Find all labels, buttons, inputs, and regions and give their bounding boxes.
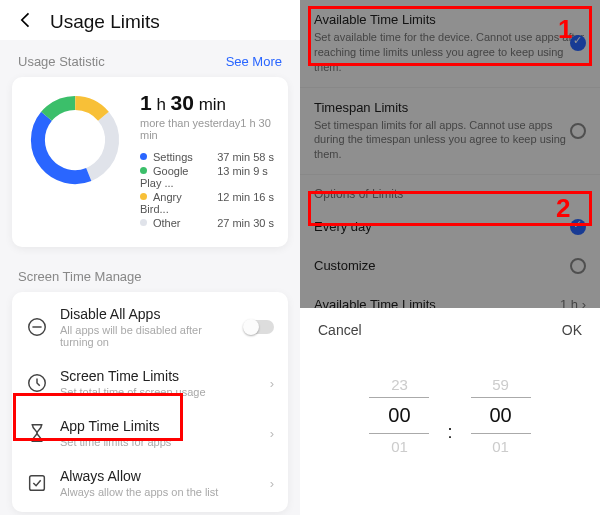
- page-title: Usage Limits: [50, 11, 160, 33]
- legend-item: Settings: [140, 151, 207, 163]
- legend-time: 37 min 58 s: [217, 151, 274, 163]
- row-sub: Set time limits for apps: [60, 436, 258, 448]
- legend-time: 27 min 30 s: [217, 217, 274, 229]
- time-sep: :: [447, 388, 452, 443]
- mng-row-hourglass[interactable]: App Time LimitsSet time limits for apps›: [12, 408, 288, 458]
- svg-rect-6: [30, 476, 45, 491]
- toggle-switch[interactable]: [244, 320, 274, 334]
- picker-cancel-button[interactable]: Cancel: [318, 322, 362, 338]
- row-title: Screen Time Limits: [60, 368, 258, 384]
- chevron-right-icon: ›: [270, 476, 274, 491]
- back-icon[interactable]: [16, 10, 36, 34]
- minute-wheel[interactable]: 59 00 01: [471, 372, 531, 459]
- mng-row-disable[interactable]: Disable All AppsAll apps will be disable…: [12, 296, 288, 358]
- mng-row-clock[interactable]: Screen Time LimitsSet total time of scre…: [12, 358, 288, 408]
- row-sub: All apps will be disabled after turning …: [60, 324, 232, 348]
- legend-item: Google Play ...: [140, 165, 207, 189]
- total-time-sub: more than yesterday1 h 30 min: [140, 117, 274, 141]
- see-more-link[interactable]: See More: [226, 54, 282, 69]
- stats-label: Usage Statistic: [18, 54, 105, 69]
- usage-stat-card: 1 h 30 min more than yesterday1 h 30 min…: [12, 77, 288, 247]
- row-title: Always Allow: [60, 468, 258, 484]
- row-title: App Time Limits: [60, 418, 258, 434]
- disable-icon: [26, 316, 48, 338]
- legend-item: Other: [140, 217, 207, 229]
- row-title: Disable All Apps: [60, 306, 232, 322]
- mng-row-check[interactable]: Always AllowAlways allow the apps on the…: [12, 458, 288, 508]
- chevron-right-icon: ›: [270, 376, 274, 391]
- clock-icon: [26, 372, 48, 394]
- legend-time: 12 min 16 s: [217, 191, 274, 215]
- total-time: 1 h 30 min: [140, 91, 274, 115]
- row-sub: Set total time of screen usage: [60, 386, 258, 398]
- time-picker-sheet: Cancel OK 23 00 01 : 59 00 01: [300, 308, 600, 515]
- manage-label: Screen Time Manage: [0, 247, 300, 292]
- check-icon: [26, 472, 48, 494]
- chevron-right-icon: ›: [270, 426, 274, 441]
- row-sub: Always allow the apps on the list: [60, 486, 258, 498]
- usage-donut-chart: [26, 91, 124, 189]
- hourglass-icon: [26, 422, 48, 444]
- legend-item: Angry Bird...: [140, 191, 207, 215]
- hour-wheel[interactable]: 23 00 01: [369, 372, 429, 459]
- legend-time: 13 min 9 s: [217, 165, 274, 189]
- picker-ok-button[interactable]: OK: [562, 322, 582, 338]
